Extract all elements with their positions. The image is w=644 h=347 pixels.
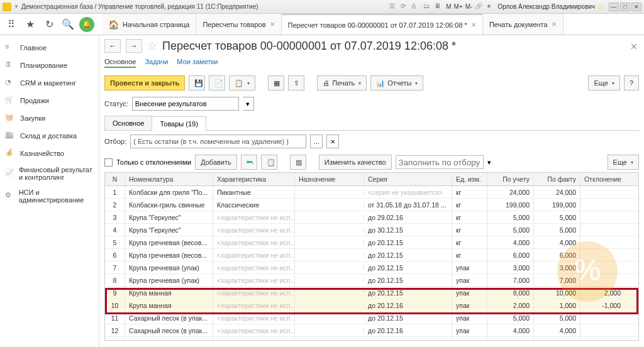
cell: упак bbox=[452, 287, 487, 299]
link-icon[interactable]: 🔗 bbox=[475, 3, 484, 11]
copy-button[interactable]: 📋 bbox=[261, 155, 277, 170]
table-row[interactable]: 8Крупа гречневая (упак)<характеристики н… bbox=[105, 274, 638, 287]
nav-tab[interactable]: Пересчеты товаров✕ bbox=[196, 14, 281, 35]
cell bbox=[295, 202, 364, 207]
filter-edit-button[interactable]: … bbox=[310, 135, 323, 148]
sidebar-item[interactable]: 🏬Склад и доставка bbox=[0, 127, 99, 145]
tool-icon[interactable]: ☰ bbox=[389, 3, 398, 11]
tool-icon[interactable]: ⟳ bbox=[401, 3, 409, 11]
cell: кг bbox=[452, 236, 487, 249]
maximize-button[interactable]: □ bbox=[620, 3, 630, 11]
help-button[interactable]: ? bbox=[624, 75, 639, 91]
post-button[interactable]: 📄 bbox=[209, 75, 225, 91]
cell: 5,000 bbox=[534, 211, 580, 224]
history-icon[interactable]: ↻ bbox=[42, 17, 57, 32]
sidebar-label: Продажи bbox=[20, 97, 49, 104]
fill-by-input[interactable] bbox=[396, 155, 484, 169]
nav-tab[interactable]: 🏠Начальная страница bbox=[102, 14, 196, 35]
apps-icon[interactable]: ⠿ bbox=[4, 17, 19, 32]
add-button[interactable]: Добавить bbox=[195, 155, 237, 170]
sidebar-item[interactable]: ◔CRM и маркетинг bbox=[0, 74, 99, 92]
memory-mminus[interactable]: M- bbox=[465, 3, 473, 10]
nav-fwd-button[interactable]: → bbox=[126, 39, 142, 53]
sidebar-item[interactable]: 🗓Планирование bbox=[0, 57, 99, 74]
scan-button[interactable]: ▦ bbox=[268, 75, 284, 91]
nav-tab[interactable]: Печать документа✕ bbox=[483, 14, 564, 35]
cell: 8,000 bbox=[487, 287, 534, 299]
filter-clear-button[interactable]: ✕ bbox=[326, 135, 339, 148]
memory-m[interactable]: M bbox=[446, 3, 451, 10]
close-icon[interactable]: ✕ bbox=[630, 41, 638, 52]
close-button[interactable]: ✕ bbox=[631, 3, 641, 11]
table-row[interactable]: 9Крупа манная<характеристики не исп...до… bbox=[105, 287, 638, 299]
sidebar-item[interactable]: 🧺Закупки bbox=[0, 109, 99, 127]
tab-main[interactable]: Основное bbox=[104, 116, 152, 130]
col-fact[interactable]: По факту bbox=[534, 173, 580, 185]
user-name[interactable]: Орлов Александр Владимирович bbox=[497, 3, 595, 10]
close-icon[interactable]: ✕ bbox=[552, 21, 557, 28]
nav-tab[interactable]: Пересчет товаров 00-00000001 от 07.07.20… bbox=[282, 14, 483, 35]
save-button[interactable]: 💾 bbox=[189, 75, 205, 91]
notifications-icon[interactable]: 🔔 bbox=[79, 17, 94, 32]
upload-button[interactable]: ⇪ bbox=[288, 75, 304, 91]
more-button[interactable]: Еще▾ bbox=[588, 75, 619, 91]
table-row[interactable]: 1Колбаски для гриля "По...Пикантные<сери… bbox=[105, 186, 638, 199]
table-row[interactable]: 2Колбаски-гриль свинныеКлассическиеот 31… bbox=[105, 199, 638, 211]
table-row[interactable]: 13Сахарный песок (в упак...<характеристи… bbox=[105, 337, 638, 341]
col-uch[interactable]: По учету bbox=[487, 173, 534, 185]
col-ser[interactable]: Серия bbox=[364, 173, 452, 185]
subtab-notes[interactable]: Мои заметки bbox=[177, 58, 218, 68]
col-char[interactable]: Характеристика bbox=[213, 173, 295, 185]
grid-more-button[interactable]: Еще▾ bbox=[608, 155, 639, 170]
share-button[interactable]: ⮪ bbox=[241, 155, 257, 170]
minimize-button[interactable]: — bbox=[609, 3, 619, 11]
table-row[interactable]: 12Сахарный песок (в упак...<характеристи… bbox=[105, 324, 638, 337]
only-deviations-checkbox[interactable] bbox=[104, 158, 113, 167]
nav-back-button[interactable]: ← bbox=[104, 39, 121, 53]
chart-icon: 📈 bbox=[5, 168, 14, 179]
sidebar-item[interactable]: ⚙НСИ и администрирование bbox=[0, 185, 99, 207]
fill-by-dd-icon[interactable]: ▾ bbox=[487, 158, 491, 167]
col-n[interactable]: N bbox=[105, 173, 125, 185]
subtab-main[interactable]: Основное bbox=[104, 58, 136, 68]
status-select[interactable]: Внесение результатов bbox=[132, 97, 239, 111]
status-dropdown-icon[interactable]: ▾ bbox=[243, 97, 254, 111]
col-nom[interactable]: Номенклатура bbox=[125, 173, 213, 185]
sidebar-item[interactable]: ≡Главное bbox=[0, 39, 99, 57]
table-row[interactable]: 4Крупа "Геркулес"<характеристики не исп.… bbox=[105, 224, 638, 236]
memory-mplus[interactable]: M+ bbox=[454, 3, 463, 10]
calculator-icon[interactable]: 🖩 bbox=[435, 3, 443, 11]
close-icon[interactable]: ✕ bbox=[270, 21, 275, 28]
print-button[interactable]: 🖨 Печать▾ bbox=[317, 75, 367, 91]
star-icon[interactable]: ★ bbox=[486, 3, 495, 11]
table-row[interactable]: 5Крупа гречневая (весов...<характеристик… bbox=[105, 236, 638, 249]
close-icon[interactable]: ✕ bbox=[471, 21, 476, 28]
col-ed[interactable]: Ед. изм. bbox=[452, 173, 487, 185]
favorite-icon[interactable]: ★ bbox=[23, 17, 38, 32]
table-row[interactable]: 10Крупа манная<характеристики не исп...д… bbox=[105, 299, 638, 312]
reports-button[interactable]: 📊 Отчеты▾ bbox=[370, 75, 423, 91]
table-row[interactable]: 7Крупа гречневая (упак)<характеристики н… bbox=[105, 262, 638, 274]
filter-input[interactable]: ( Есть остатки (в т.ч. помеченные на уда… bbox=[130, 135, 306, 148]
change-quality-button[interactable]: Изменить качество bbox=[319, 155, 392, 170]
sidebar-item[interactable]: 💰Казначейство bbox=[0, 145, 99, 162]
save-close-button[interactable]: Провести и закрыть bbox=[104, 75, 185, 91]
col-otkl[interactable]: Отклонение bbox=[580, 173, 625, 185]
col-naz[interactable]: Назначение bbox=[295, 173, 364, 185]
barcode-button[interactable]: ▥ bbox=[290, 155, 306, 170]
tab-goods[interactable]: Товары (19) bbox=[152, 116, 206, 131]
table-row[interactable]: 6Крупа гречневая (весов...<характеристик… bbox=[105, 249, 638, 262]
table-row[interactable]: 11Сахарный песок (в упак...<характеристи… bbox=[105, 312, 638, 324]
subtab-tasks[interactable]: Задачи bbox=[145, 58, 168, 68]
sidebar-item[interactable]: 🛒Продажи bbox=[0, 92, 99, 109]
table-row[interactable]: 3Крупа "Геркулес"<характеристики не исп.… bbox=[105, 211, 638, 224]
star-icon[interactable]: ☆ bbox=[147, 39, 157, 53]
basis-button[interactable]: 📋▾ bbox=[229, 75, 255, 91]
dropdown-icon[interactable]: ▼ bbox=[14, 4, 19, 9]
tool-icon[interactable]: ⎙ bbox=[412, 3, 421, 11]
tool-icon[interactable]: 🗂 bbox=[423, 3, 432, 11]
search-icon[interactable]: 🔍 bbox=[60, 17, 75, 32]
info-icon[interactable]: ⓘ bbox=[597, 3, 606, 11]
cell: 13 bbox=[105, 337, 125, 341]
sidebar-item[interactable]: 📈Финансовый результат и контроллинг bbox=[0, 162, 99, 185]
